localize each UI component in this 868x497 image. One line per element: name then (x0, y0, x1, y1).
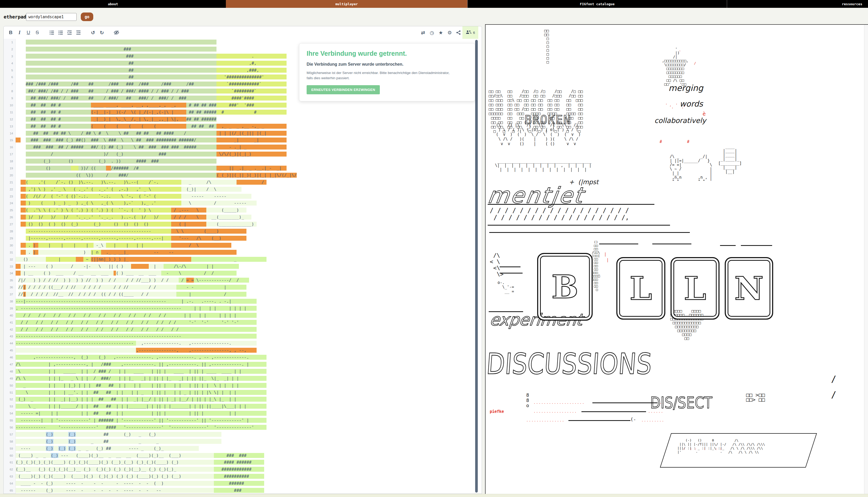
line-number: 56 (4, 424, 16, 431)
editor-line: 36 //| / / / / ((___/ / // / / / / / / /… (4, 284, 482, 291)
nav-tab-ressources[interactable]: ressources (727, 0, 868, 8)
dialog-subtitle: Die Verbindung zum Server wurde unterbro… (307, 62, 468, 67)
line-number: 41 (4, 319, 16, 326)
line-number: 33 (4, 263, 16, 270)
line-number: 46 (4, 354, 16, 361)
editor-content[interactable]: 1 2 ### 3 (4, 39, 482, 494)
star-icon[interactable]: ★ (437, 29, 445, 37)
parallelogram-frame (660, 433, 817, 468)
line-number: 65 (4, 487, 16, 494)
editor-line: 30 . | | | | | -_\ | | | | / \ (4, 242, 482, 249)
editor-line: 28 -------------------------------------… (4, 228, 482, 235)
editor-line: 35 /|/ ) ) / / // ) ) ) ) // ) ) / / / /… (4, 277, 482, 284)
line-number: 48 (4, 368, 16, 375)
editor-line: 64 ____ - - (_) ---- - - - - ---- - - ( … (4, 480, 482, 487)
toolbar-right-group: ⇄ ◷ ★ ⚙ (416, 26, 463, 39)
ascii-art-block: / (694, 61, 696, 65)
ascii-art-block: ' , ' , ' ' (665, 103, 686, 111)
editor-line: 61(_)_(_)(_)_(_)(____) (_)_(_)(____)(_) … (4, 459, 482, 466)
editor-line: 33 | --- ( ) / -|- \ || ( ) | /\-/\ | | (4, 263, 482, 270)
ascii-art-block: | | (604, 251, 609, 263)
pad-name-input[interactable] (26, 13, 76, 21)
editor-line: 55 --------| | '------------' | ###### |… (4, 417, 482, 424)
line-number: 63 (4, 473, 16, 480)
scrollbar-thumb[interactable] (475, 40, 478, 493)
indent-icon[interactable] (66, 29, 73, 37)
letter-box-L: L (670, 257, 720, 320)
clear-authorship-icon[interactable] (113, 29, 120, 37)
line-number: 10 (4, 102, 16, 109)
users-icon (466, 30, 471, 35)
line-number: 4 (4, 60, 16, 67)
editor-line: 57 (_) (_) ## (_) _ (_) (4, 431, 482, 438)
dialog-title: Ihre Verbindung wurde getrennt. (307, 50, 468, 57)
editor-line: 41 / / / / / / / / / / / / / / / / / / /… (4, 319, 482, 326)
bold-button[interactable]: B (7, 29, 15, 37)
undo-icon[interactable]: ↺ (89, 29, 97, 37)
redo-icon[interactable]: ↻ (98, 29, 106, 37)
connected-users-button[interactable]: 6 (463, 26, 478, 39)
nav-tab-multiplayer[interactable]: multiplayer (226, 0, 467, 8)
art-rule-line (568, 420, 630, 421)
art-rule-line (720, 245, 736, 246)
letter-box-B: B (537, 253, 593, 321)
nav-tab-about[interactable]: about (0, 0, 226, 8)
dialog-body: Möglicherweise ist der Server nicht erre… (307, 70, 453, 81)
underline-button[interactable]: U (25, 29, 32, 37)
editor-line: 48 \ | | _____ | | / ### / | | ____ | ||… (4, 368, 482, 375)
editor-line: 27 () () ( ) () (_) (_) () () () () ( | … (4, 221, 482, 228)
go-button[interactable]: go (81, 13, 93, 21)
letter-box-N: N (725, 257, 773, 320)
unordered-list-icon[interactable] (57, 29, 65, 37)
share-icon[interactable] (455, 29, 463, 37)
editor-line: 25 ( .'\ \ ( ,' ) \ ( '.) ) ( '.) ) ( ``… (4, 207, 482, 214)
nav-tab-figfont-catalogue[interactable]: FIGfont catalogue (467, 0, 727, 8)
editor-line: 46 ,---------------, (_) (_) ,----------… (4, 354, 482, 361)
editor-line: 45 ,---------------, ,---------------, ,… (4, 347, 482, 354)
ascii-art-block: ········· (641, 419, 664, 423)
editor-line: 23 ( /(/ / ( '-' ( ()`-.:. `-.:. \ '-, (… (4, 193, 482, 200)
editor-line: 53 \ _ | | |______/ | | ## ## | | |_____… (4, 403, 482, 410)
line-number: 49 (4, 375, 16, 382)
editor-line: 42 / / / / / / / / / / / / / / / / / / /… (4, 326, 482, 333)
editor-line: 17 / )/ (_) ### \/\/(_)|(_|_) (4, 151, 482, 158)
settings-gear-icon[interactable]: ⚙ (446, 29, 454, 37)
line-number: 21 (4, 179, 16, 186)
line-number: 18 (4, 158, 16, 165)
force-reconnect-button[interactable]: ERNEUTES VERBINDEN ERZWINGEN (307, 85, 380, 94)
editor-line: 65 ------ (_) ---- - - - - - ---- - - --… (4, 487, 482, 494)
editor-line: 47/\ | ,------------, | /### ,----------… (4, 361, 482, 368)
italic-button[interactable]: I (16, 29, 24, 37)
line-number: 54 (4, 410, 16, 417)
strikethrough-button[interactable]: S (33, 29, 41, 37)
ascii-art-block: (- (630, 416, 636, 422)
line-number: 35 (4, 277, 16, 284)
ascii-art-block: 8 8 o (526, 393, 529, 408)
ordered-list-icon[interactable] (48, 29, 56, 37)
line-number: 14 (4, 130, 16, 137)
ascii-art-block: □□ >□□ □□> □□ (746, 393, 765, 402)
line-number: 43 (4, 333, 16, 340)
figlet-panel: □□ □□ □ □ □ □ □ □ □□□ □□ □□ /□□ /□ /□ /□… (485, 24, 868, 497)
ascii-art-block: ' (679, 50, 681, 54)
panel-scrollbar[interactable] (864, 25, 868, 497)
outdent-icon[interactable] (74, 29, 82, 37)
editor-line: 51 \ | | | __'. | | ## ## | | | | _ | ||… (4, 389, 482, 396)
history-icon[interactable]: ◷ (428, 29, 436, 37)
ascii-art-block: ················· (533, 410, 577, 414)
line-number: 22 (4, 186, 16, 193)
line-number: 57 (4, 431, 16, 438)
editor-scrollbar[interactable] (475, 39, 478, 494)
users-count: 6 (473, 31, 475, 34)
ascii-art-block: / / / / / / / / / / / / / / / / / / / / … (490, 207, 629, 221)
line-number: 42 (4, 326, 16, 333)
editor-line: 11 ## ## ## # (-|__|-|__)(-/ \( |_/(-|_,… (4, 109, 482, 116)
line-number: 45 (4, 347, 16, 354)
import-export-icon[interactable]: ⇄ (419, 29, 427, 37)
line-number: 59 (4, 445, 16, 452)
line-number: 38 (4, 298, 16, 305)
editor-line: 63 (____)(_) (_)(____) (____)(_) (_)(_) … (4, 473, 482, 480)
art-rule-line (599, 244, 638, 244)
ascii-art-block: merging (668, 83, 703, 93)
disconnect-dialog: Ihre Verbindung wurde getrennt. Die Verb… (299, 43, 475, 101)
